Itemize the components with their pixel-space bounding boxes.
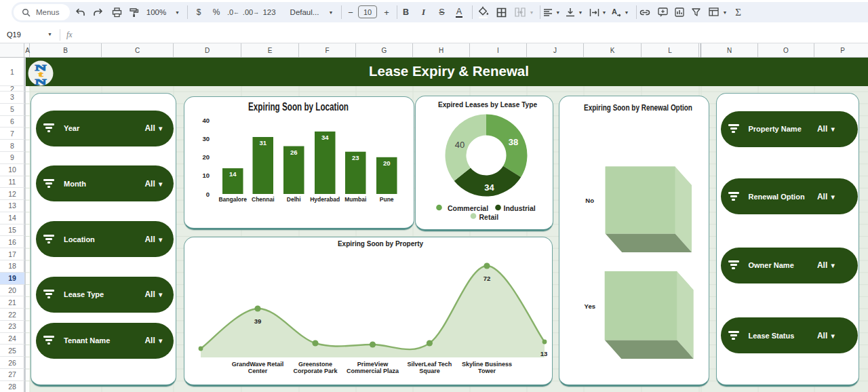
- svg-text:20: 20: [202, 153, 210, 161]
- svg-text:Tower: Tower: [478, 368, 496, 374]
- svg-text:PrimeView: PrimeView: [357, 361, 389, 368]
- svg-text:Skyline Business: Skyline Business: [462, 361, 512, 368]
- svg-text:Chennai: Chennai: [252, 196, 275, 203]
- svg-text:23: 23: [352, 154, 359, 161]
- svg-text:31: 31: [260, 139, 267, 146]
- svg-text:A: A: [612, 7, 617, 16]
- svg-text:40: 40: [202, 117, 210, 124]
- svg-text:Retail: Retail: [479, 213, 499, 221]
- svg-text:40: 40: [455, 140, 465, 150]
- svg-text:13: 13: [540, 350, 548, 357]
- svg-text:20: 20: [383, 159, 391, 167]
- svg-text:30: 30: [202, 135, 210, 142]
- svg-text:Industrial: Industrial: [504, 204, 536, 212]
- svg-text:Commercial Plaza: Commercial Plaza: [347, 368, 399, 374]
- svg-text:GrandWave Retail: GrandWave Retail: [232, 361, 284, 368]
- svg-text:Delhi: Delhi: [287, 196, 301, 203]
- svg-text:Yes: Yes: [585, 302, 595, 310]
- svg-text:Center: Center: [248, 368, 268, 374]
- svg-text:34: 34: [321, 134, 329, 141]
- svg-text:26: 26: [290, 149, 298, 156]
- svg-text:Hyderabad: Hyderabad: [310, 196, 340, 203]
- svg-text:Commercial: Commercial: [448, 204, 488, 212]
- svg-text:Square: Square: [419, 368, 440, 374]
- svg-text:72: 72: [484, 275, 491, 282]
- svg-text:10: 10: [202, 172, 210, 179]
- svg-text:Mumbai: Mumbai: [344, 196, 366, 203]
- svg-text:Corporate Park: Corporate Park: [293, 368, 338, 374]
- svg-text:0: 0: [206, 191, 210, 198]
- svg-text:Bangalore: Bangalore: [218, 196, 247, 203]
- svg-text:14: 14: [229, 170, 237, 178]
- svg-text:No: No: [585, 197, 594, 204]
- svg-text:Pune: Pune: [380, 196, 394, 203]
- svg-text:34: 34: [484, 182, 494, 193]
- svg-text:Greenstone: Greenstone: [298, 361, 332, 368]
- svg-text:SilverLeaf Tech: SilverLeaf Tech: [407, 361, 452, 368]
- svg-text:39: 39: [254, 317, 262, 325]
- svg-text:38: 38: [509, 137, 518, 147]
